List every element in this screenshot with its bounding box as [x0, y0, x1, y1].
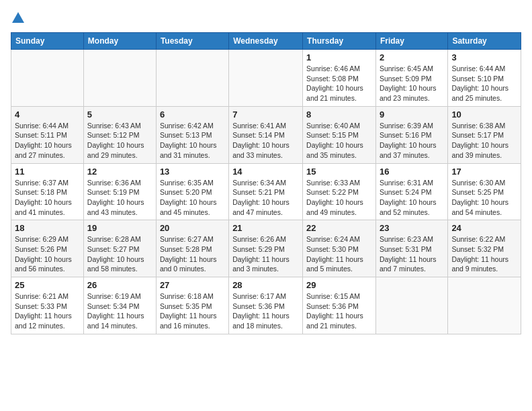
calendar-day-cell: 23Sunrise: 6:23 AMSunset: 5:31 PMDayligh… — [375, 220, 447, 277]
day-info: Sunrise: 6:43 AM — [87, 121, 152, 131]
day-number: 25 — [15, 280, 80, 290]
calendar-week-row: 11Sunrise: 6:37 AMSunset: 5:18 PMDayligh… — [11, 163, 521, 220]
day-info: Sunset: 5:30 PM — [306, 244, 372, 255]
day-info: Sunset: 5:36 PM — [306, 302, 372, 312]
calendar-day-cell: 28Sunrise: 6:17 AMSunset: 5:36 PMDayligh… — [229, 277, 303, 334]
day-number: 11 — [15, 167, 80, 177]
day-info: Sunrise: 6:33 AM — [306, 178, 372, 188]
day-info: Daylight: 11 hours and 21 minutes. — [306, 311, 372, 330]
calendar-day-cell: 9Sunrise: 6:39 AMSunset: 5:16 PMDaylight… — [375, 106, 447, 163]
calendar-week-row: 18Sunrise: 6:29 AMSunset: 5:26 PMDayligh… — [11, 220, 521, 277]
calendar-day-cell: 11Sunrise: 6:37 AMSunset: 5:18 PMDayligh… — [11, 163, 84, 220]
day-info: Sunset: 5:16 PM — [380, 130, 444, 140]
day-info: Sunrise: 6:44 AM — [15, 121, 80, 131]
day-info: Daylight: 10 hours and 52 minutes. — [380, 197, 444, 217]
day-number: 5 — [87, 109, 152, 120]
day-info: Sunset: 5:17 PM — [451, 130, 517, 140]
day-info: Daylight: 10 hours and 54 minutes. — [451, 197, 517, 217]
calendar-day-cell: 16Sunrise: 6:31 AMSunset: 5:24 PMDayligh… — [375, 163, 447, 220]
day-info: Sunrise: 6:45 AM — [380, 64, 444, 74]
day-info: Sunset: 5:26 PM — [15, 244, 80, 255]
calendar-day-cell: 21Sunrise: 6:26 AMSunset: 5:29 PMDayligh… — [229, 220, 303, 277]
day-info: Sunrise: 6:39 AM — [380, 121, 444, 131]
calendar-day-cell: 2Sunrise: 6:45 AMSunset: 5:09 PMDaylight… — [375, 50, 447, 107]
day-info: Sunset: 5:11 PM — [15, 130, 80, 140]
day-number: 9 — [380, 109, 444, 120]
calendar-day-cell: 14Sunrise: 6:34 AMSunset: 5:21 PMDayligh… — [229, 163, 303, 220]
day-info: Sunrise: 6:34 AM — [232, 178, 299, 188]
day-info: Daylight: 11 hours and 14 minutes. — [87, 311, 152, 330]
day-info: Sunset: 5:36 PM — [232, 302, 299, 312]
day-info: Sunset: 5:27 PM — [87, 244, 152, 255]
day-info: Daylight: 10 hours and 49 minutes. — [306, 197, 372, 217]
calendar-day-cell: 17Sunrise: 6:30 AMSunset: 5:25 PMDayligh… — [448, 163, 521, 220]
day-info: Daylight: 11 hours and 3 minutes. — [232, 255, 299, 274]
calendar-day-cell: 1Sunrise: 6:46 AMSunset: 5:08 PMDaylight… — [303, 50, 376, 107]
calendar-week-row: 4Sunrise: 6:44 AMSunset: 5:11 PMDaylight… — [11, 106, 521, 163]
day-info: Daylight: 10 hours and 29 minutes. — [87, 140, 152, 160]
day-number: 1 — [306, 52, 372, 62]
header — [11, 11, 521, 26]
day-info: Sunrise: 6:22 AM — [451, 234, 517, 244]
day-number: 10 — [451, 109, 517, 120]
day-number: 16 — [380, 167, 444, 177]
day-info: Sunset: 5:09 PM — [380, 74, 444, 84]
day-info: Sunset: 5:12 PM — [87, 130, 152, 140]
day-number: 4 — [15, 109, 80, 120]
calendar-table: SundayMondayTuesdayWednesdayThursdayFrid… — [11, 32, 521, 334]
calendar-day-cell: 7Sunrise: 6:41 AMSunset: 5:14 PMDaylight… — [229, 106, 303, 163]
day-info: Sunset: 5:20 PM — [160, 187, 225, 197]
logo — [11, 11, 26, 26]
day-info: Daylight: 10 hours and 21 minutes. — [306, 83, 372, 103]
day-info: Daylight: 10 hours and 47 minutes. — [232, 197, 299, 217]
day-info: Daylight: 10 hours and 25 minutes. — [451, 83, 517, 103]
day-info: Sunrise: 6:44 AM — [451, 64, 517, 74]
day-info: Sunrise: 6:26 AM — [232, 234, 299, 244]
day-number: 13 — [160, 167, 225, 177]
day-info: Daylight: 10 hours and 39 minutes. — [451, 140, 517, 160]
calendar-day-cell: 24Sunrise: 6:22 AMSunset: 5:32 PMDayligh… — [448, 220, 521, 277]
day-info: Sunrise: 6:35 AM — [160, 178, 225, 188]
calendar-day-cell: 10Sunrise: 6:38 AMSunset: 5:17 PMDayligh… — [448, 106, 521, 163]
day-info: Sunrise: 6:46 AM — [306, 64, 372, 74]
calendar-day-cell: 27Sunrise: 6:18 AMSunset: 5:35 PMDayligh… — [156, 277, 228, 334]
day-info: Sunset: 5:28 PM — [160, 244, 225, 255]
calendar-day-cell: 29Sunrise: 6:15 AMSunset: 5:36 PMDayligh… — [303, 277, 376, 334]
day-info: Sunrise: 6:31 AM — [380, 178, 444, 188]
day-info: Sunset: 5:35 PM — [160, 302, 225, 312]
calendar-day-cell: 20Sunrise: 6:27 AMSunset: 5:28 PMDayligh… — [156, 220, 228, 277]
day-number: 8 — [306, 109, 372, 120]
day-info: Sunset: 5:22 PM — [306, 187, 372, 197]
day-info: Sunset: 5:29 PM — [232, 244, 299, 255]
calendar-day-cell: 25Sunrise: 6:21 AMSunset: 5:33 PMDayligh… — [11, 277, 84, 334]
day-number: 19 — [87, 223, 152, 233]
day-number: 6 — [160, 109, 225, 120]
day-info: Daylight: 10 hours and 43 minutes. — [87, 197, 152, 217]
calendar-day-cell: 26Sunrise: 6:19 AMSunset: 5:34 PMDayligh… — [83, 277, 156, 334]
calendar-day-cell: 18Sunrise: 6:29 AMSunset: 5:26 PMDayligh… — [11, 220, 84, 277]
weekday-header: Monday — [83, 33, 156, 50]
day-info: Sunrise: 6:36 AM — [87, 178, 152, 188]
day-number: 3 — [451, 52, 517, 62]
calendar-day-cell: 12Sunrise: 6:36 AMSunset: 5:19 PMDayligh… — [83, 163, 156, 220]
calendar-day-cell: 5Sunrise: 6:43 AMSunset: 5:12 PMDaylight… — [83, 106, 156, 163]
day-info: Sunrise: 6:21 AM — [15, 291, 80, 302]
day-info: Sunrise: 6:37 AM — [15, 178, 80, 188]
day-number: 23 — [380, 223, 444, 233]
day-number: 22 — [306, 223, 372, 233]
day-info: Sunset: 5:14 PM — [232, 130, 299, 140]
calendar-day-cell — [11, 50, 84, 107]
day-number: 17 — [451, 167, 517, 177]
day-info: Sunrise: 6:19 AM — [87, 291, 152, 302]
calendar-day-cell: 8Sunrise: 6:40 AMSunset: 5:15 PMDaylight… — [303, 106, 376, 163]
day-number: 7 — [232, 109, 299, 120]
day-info: Sunset: 5:08 PM — [306, 74, 372, 84]
calendar-day-cell: 22Sunrise: 6:24 AMSunset: 5:30 PMDayligh… — [303, 220, 376, 277]
calendar-day-cell — [156, 50, 228, 107]
day-info: Sunrise: 6:15 AM — [306, 291, 372, 302]
day-number: 27 — [160, 280, 225, 290]
calendar-day-cell — [229, 50, 303, 107]
calendar-week-row: 25Sunrise: 6:21 AMSunset: 5:33 PMDayligh… — [11, 277, 521, 334]
day-number: 21 — [232, 223, 299, 233]
day-info: Daylight: 11 hours and 7 minutes. — [380, 255, 444, 274]
